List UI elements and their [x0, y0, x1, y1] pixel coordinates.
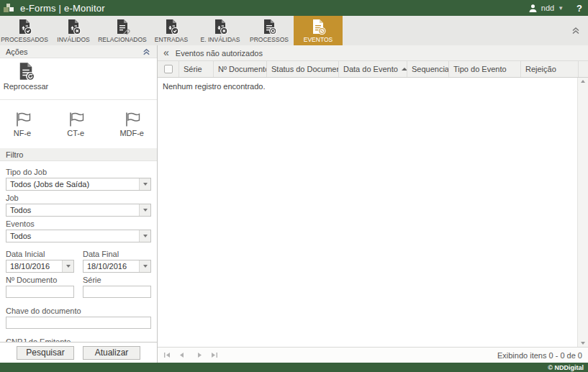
data-inicial-picker[interactable]: 18/10/2016 — [6, 260, 74, 273]
flag-icon — [66, 111, 85, 128]
column-header-sequencial[interactable]: Sequencial — [407, 61, 449, 77]
filter-panel-header: Filtro — [0, 148, 157, 161]
select-all-cell — [158, 61, 179, 77]
toolbar-tabs: PROCESSADOS INVÁLIDOS RELACIONADOS — [0, 16, 588, 45]
data-final-label: Data Final — [83, 250, 151, 258]
reprocess-button[interactable]: Reprocessar — [0, 62, 52, 91]
tab-e-invalidas[interactable]: E. INVÁLIDAS — [196, 16, 245, 45]
empty-message: Nenhum registro encontrado. — [158, 78, 588, 95]
first-page-button[interactable] — [163, 352, 171, 358]
app-logo-icon — [3, 2, 14, 14]
pagination-status: Exibindo itens 0 - 0 de 0 — [497, 351, 582, 360]
tab-label: PROCESSADOS — [1, 36, 48, 43]
numero-documento-label: Nº Documento — [6, 276, 74, 284]
sidebar: Ações Reprocessar — [0, 45, 158, 363]
tab-label: INVÁLIDOS — [57, 36, 89, 43]
user-icon — [528, 4, 538, 13]
document-attachment-icon — [114, 19, 130, 35]
data-final-picker[interactable]: 18/10/2016 — [83, 260, 151, 273]
dropdown-arrow-icon — [62, 260, 73, 272]
atualizar-button[interactable]: Atualizar — [83, 346, 140, 360]
document-event-icon — [310, 19, 326, 35]
tab-label: EVENTOS — [304, 36, 333, 43]
dropdown-arrow-icon — [139, 260, 150, 272]
next-page-button[interactable] — [197, 352, 203, 358]
tab-label: E. INVÁLIDAS — [201, 36, 240, 43]
pagination-bar: Exibindo itens 0 - 0 de 0 — [158, 347, 588, 363]
column-header-label: Data do Evento — [343, 65, 398, 73]
doc-type-mdfe[interactable]: MDF-e — [119, 111, 144, 137]
table-header-row: Série Nº Documento Status do Documento D… — [158, 61, 588, 78]
vertical-scrollbar[interactable] — [577, 78, 588, 347]
flag-icon — [13, 111, 32, 128]
document-upload-check-icon — [17, 19, 32, 35]
eventos-value: Todos — [6, 232, 139, 240]
doc-type-cte[interactable]: CT-e — [66, 111, 85, 137]
column-header-rejeicao[interactable]: Rejeição — [521, 61, 579, 77]
select-all-checkbox[interactable] — [164, 65, 173, 73]
main-panel: « Eventos não autorizados Série Nº Docum… — [158, 45, 588, 363]
tab-relacionados[interactable]: RELACIONADOS — [98, 16, 147, 45]
actions-panel-header: Ações — [0, 45, 157, 58]
collapse-toolbar-icon[interactable] — [571, 25, 581, 35]
column-header-status-documento[interactable]: Status do Documento — [267, 61, 339, 77]
dropdown-arrow-icon — [139, 230, 150, 242]
scroll-down-icon[interactable] — [581, 342, 585, 345]
copyright-text: © NDDigital — [548, 364, 584, 371]
tipo-do-job-select[interactable]: Todos (Jobs de Saída) — [6, 178, 151, 191]
column-header-serie[interactable]: Série — [179, 61, 214, 77]
app-title: e-Forms | e-Monitor — [20, 3, 105, 14]
user-menu[interactable]: ndd ▼ — [528, 4, 564, 13]
column-header-tipo-evento[interactable]: Tipo do Evento — [449, 61, 521, 77]
help-button[interactable]: ? — [576, 3, 582, 14]
main-header: « Eventos não autorizados — [158, 45, 588, 61]
eventos-label: Eventos — [6, 219, 151, 228]
numero-documento-input[interactable] — [6, 286, 74, 298]
document-download-error-icon — [212, 19, 228, 35]
collapse-actions-icon[interactable] — [142, 47, 151, 56]
actions-title: Ações — [6, 47, 28, 56]
job-select[interactable]: Todos — [6, 204, 151, 217]
data-final-value: 18/10/2016 — [83, 262, 139, 271]
collapse-sidebar-icon[interactable]: « — [163, 47, 169, 58]
tab-invalidos[interactable]: INVÁLIDOS — [49, 16, 98, 45]
chave-documento-label: Chave do documento — [6, 307, 151, 315]
job-value: Todos — [6, 206, 139, 214]
column-header-data-evento[interactable]: Data do Evento — [339, 61, 407, 77]
tab-label: RELACIONADOS — [98, 36, 147, 43]
flag-icon — [122, 111, 141, 128]
tipo-do-job-label: Tipo do Job — [6, 168, 151, 176]
doc-type-label: NF-e — [14, 129, 31, 137]
eventos-select[interactable]: Todos — [6, 230, 151, 242]
filter-title: Filtro — [6, 150, 23, 159]
tab-label: PROCESSOS — [250, 36, 289, 43]
table-body: Nenhum registro encontrado. — [158, 78, 588, 347]
column-header-numero-documento[interactable]: Nº Documento — [214, 61, 267, 77]
tab-entradas[interactable]: ENTRADAS — [147, 16, 196, 45]
data-inicial-label: Data Inicial — [6, 250, 74, 258]
e-monitor-app: e-Forms | e-Monitor ndd ▼ ? PROCES — [0, 0, 588, 372]
scroll-up-icon[interactable] — [581, 80, 585, 83]
data-inicial-value: 18/10/2016 — [6, 262, 62, 271]
pesquisar-button[interactable]: Pesquisar — [17, 346, 74, 360]
sort-asc-icon — [402, 68, 407, 71]
tab-label: ENTRADAS — [155, 36, 188, 43]
doc-type-nfe[interactable]: NF-e — [13, 111, 32, 137]
column-header-filler — [579, 61, 588, 77]
tab-eventos[interactable]: EVENTOS — [294, 16, 343, 45]
filter-form: Tipo do Job Todos (Jobs de Saída) Job To… — [0, 161, 157, 363]
tab-processados[interactable]: PROCESSADOS — [0, 16, 49, 45]
document-type-filters: NF-e CT-e MDF-e — [0, 100, 157, 148]
serie-input[interactable] — [83, 286, 151, 298]
chave-documento-input[interactable] — [6, 317, 151, 329]
doc-type-label: MDF-e — [119, 129, 144, 137]
document-download-check-icon — [163, 19, 179, 35]
actions-panel: Reprocessar NF-e — [0, 58, 157, 148]
filter-actions-bar: Pesquisar Atualizar — [0, 342, 157, 363]
previous-page-button[interactable] — [178, 352, 184, 358]
reprocess-label: Reprocessar — [4, 82, 48, 91]
page-title: Eventos não autorizados — [176, 49, 263, 58]
last-page-button[interactable] — [210, 352, 218, 358]
tab-processos[interactable]: PROCESSOS — [245, 16, 294, 45]
dropdown-arrow-icon — [139, 204, 150, 216]
